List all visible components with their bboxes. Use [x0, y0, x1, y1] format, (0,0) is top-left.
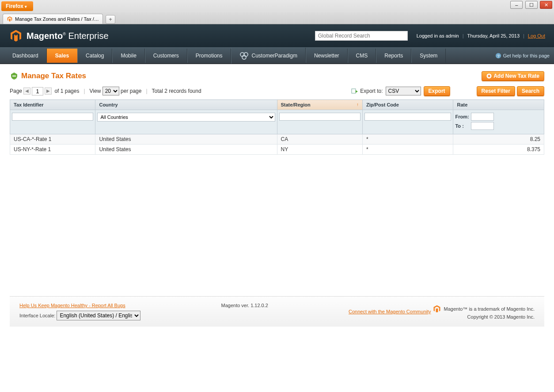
footer-right: Connect with the Magento Community Magen… [349, 303, 535, 320]
col-state-region[interactable]: State/Region↑ [277, 100, 362, 110]
footer-center: Magento ver. 1.12.0.2 [140, 303, 349, 320]
filter-rate-to-input[interactable] [471, 122, 494, 130]
nav-customerparadigm[interactable]: CustomerParadigm [231, 48, 306, 64]
svg-text:?: ? [497, 53, 499, 58]
locale-select[interactable]: English (United States) / English [57, 311, 140, 320]
firefox-menu-button[interactable]: Firefox [1, 1, 33, 11]
content-area: Manage Tax Rates Add New Tax Rate Page ◀… [0, 64, 554, 334]
svg-rect-6 [352, 89, 356, 93]
nav-reports[interactable]: Reports [376, 49, 411, 63]
magento-logo-icon [9, 29, 23, 43]
window-maximize-button[interactable]: ☐ [525, 1, 538, 9]
locale-selector: Interface Locale: English (United States… [19, 311, 140, 320]
header-right: Logged in as admin | Thursday, April 25,… [315, 31, 545, 41]
export-format-select[interactable]: CSV [386, 87, 421, 95]
rate-from-label: From: [455, 114, 471, 119]
export-label: Export to: [360, 88, 383, 94]
col-zip[interactable]: Zip/Post Code [362, 100, 453, 110]
table-row[interactable]: US-NY-*-Rate 1 United States NY * 8.375 [10, 145, 544, 155]
filter-country-select[interactable]: All Countries [97, 113, 275, 122]
view-label: View [90, 88, 101, 94]
nav-cms[interactable]: CMS [348, 49, 376, 63]
cell-zip: * [362, 145, 453, 155]
magento-footer-icon [433, 304, 441, 313]
global-search-input[interactable] [315, 31, 408, 41]
rate-to-label: To : [455, 123, 471, 129]
tax-rate-icon [10, 72, 19, 80]
export-controls: Export to: CSV Export [351, 86, 450, 96]
report-bugs-link[interactable]: Help Us Keep Magento Healthy - Report Al… [19, 303, 125, 308]
new-tab-button[interactable]: + [106, 15, 115, 24]
grid-toolbar: Page ◀ ▶ of 1 pages | View 20 per page |… [10, 86, 544, 96]
copyright-text: Copyright © 2013 Magento Inc. [349, 314, 535, 320]
magento-logo-text: Magento® Enterprise [27, 31, 109, 41]
pager-prev-button[interactable]: ◀ [23, 88, 30, 95]
nav-mobile[interactable]: Mobile [112, 49, 144, 63]
nav-newsletter[interactable]: Newsletter [306, 49, 348, 63]
cell-tax-identifier: US-CA-*-Rate 1 [10, 134, 95, 145]
nav-customers[interactable]: Customers [145, 49, 187, 63]
trademark-text: Magento™ is a trademark of Magento Inc. [444, 306, 535, 312]
window-minimize-button[interactable]: – [510, 1, 523, 9]
cell-state: CA [277, 134, 362, 145]
cell-state: NY [277, 145, 362, 155]
cell-tax-identifier: US-NY-*-Rate 1 [10, 145, 95, 155]
col-tax-identifier[interactable]: Tax Identifier [10, 100, 95, 110]
logged-in-text: Logged in as admin [417, 33, 459, 38]
col-rate[interactable]: Rate [453, 100, 544, 110]
filter-zip-input[interactable] [364, 113, 452, 121]
nav-catalog[interactable]: Catalog [77, 49, 112, 63]
magento-favicon-icon [7, 16, 13, 22]
customerparadigm-icon [239, 52, 249, 60]
community-link[interactable]: Connect with the Magento Community [349, 309, 431, 314]
page-label: Page [10, 88, 22, 94]
cell-country: United States [95, 134, 277, 145]
nav-dashboard[interactable]: Dashboard [4, 49, 47, 63]
add-new-tax-rate-button[interactable]: Add New Tax Rate [482, 71, 544, 81]
nav-promotions[interactable]: Promotions [187, 49, 231, 63]
help-link[interactable]: ? Get help for this page [495, 53, 550, 59]
nav-sales[interactable]: Sales [47, 49, 77, 63]
per-page-text: per page [121, 88, 141, 94]
plus-icon [486, 73, 492, 79]
page-title: Manage Tax Rates [21, 72, 86, 80]
filter-state-input[interactable] [279, 113, 360, 121]
window-controls: – ☐ ✕ [509, 1, 552, 9]
filter-rate-from-input[interactable] [471, 113, 494, 121]
cell-rate: 8.25 [453, 134, 544, 145]
tax-rates-grid: Tax Identifier Country State/Region↑ Zip… [10, 99, 544, 155]
cell-rate: 8.375 [453, 145, 544, 155]
table-row[interactable]: US-CA-*-Rate 1 United States CA * 8.25 [10, 134, 544, 145]
export-button[interactable]: Export [424, 86, 450, 96]
search-button[interactable]: Search [517, 86, 544, 96]
sort-asc-icon: ↑ [357, 102, 359, 107]
help-icon: ? [495, 53, 501, 59]
logout-link[interactable]: Log Out [528, 33, 545, 38]
total-records-text: Total 2 records found [152, 88, 201, 94]
of-pages-text: of 1 pages [54, 88, 79, 94]
version-text: Magento ver. 1.12.0.2 [221, 303, 268, 308]
page-number-input[interactable] [32, 87, 43, 95]
col-country[interactable]: Country [95, 100, 277, 110]
pager-next-button[interactable]: ▶ [45, 88, 52, 95]
grid-filter-row: All Countries From: To : [10, 110, 544, 134]
locale-label: Interface Locale: [19, 313, 55, 318]
cell-country: United States [95, 145, 277, 155]
main-nav: Dashboard Sales Catalog Mobile Customers… [0, 47, 554, 64]
nav-system[interactable]: System [411, 49, 446, 63]
grid-header-row: Tax Identifier Country State/Region↑ Zip… [10, 100, 544, 110]
browser-tab[interactable]: Manage Tax Zones and Rates / Tax / Sale.… [3, 14, 103, 24]
window-close-button[interactable]: ✕ [540, 1, 552, 9]
export-icon [351, 88, 358, 94]
cell-zip: * [362, 134, 453, 145]
page-header: Manage Tax Rates Add New Tax Rate [10, 71, 544, 81]
reset-filter-button[interactable]: Reset Filter [477, 86, 515, 96]
browser-tab-title: Manage Tax Zones and Rates / Tax / Sale.… [15, 16, 99, 22]
filter-tax-identifier-input[interactable] [12, 113, 93, 121]
magento-header: Magento® Enterprise Logged in as admin |… [0, 24, 554, 47]
browser-tab-strip: Manage Tax Zones and Rates / Tax / Sale.… [0, 12, 554, 24]
magento-logo: Magento® Enterprise [9, 29, 109, 43]
footer-left: Help Us Keep Magento Healthy - Report Al… [19, 303, 140, 320]
browser-chrome: Firefox – ☐ ✕ Manage Tax Zones and Rates… [0, 0, 554, 24]
per-page-select[interactable]: 20 [102, 87, 119, 95]
